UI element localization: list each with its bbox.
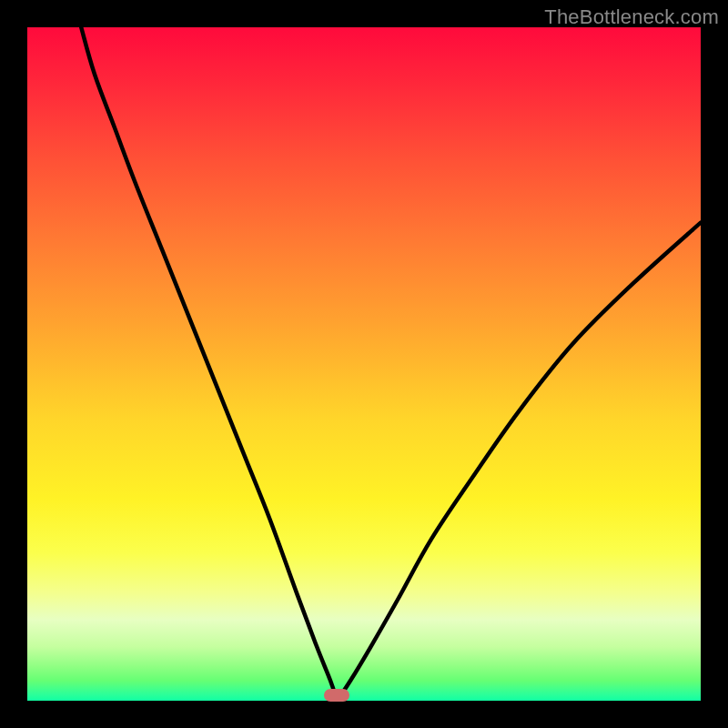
plot-area [27, 27, 701, 701]
curve-path [81, 27, 701, 701]
watermark-text: TheBottleneck.com [544, 5, 719, 29]
optimal-marker [324, 689, 349, 702]
chart-frame: TheBottleneck.com [0, 0, 728, 728]
bottleneck-curve [27, 27, 701, 701]
